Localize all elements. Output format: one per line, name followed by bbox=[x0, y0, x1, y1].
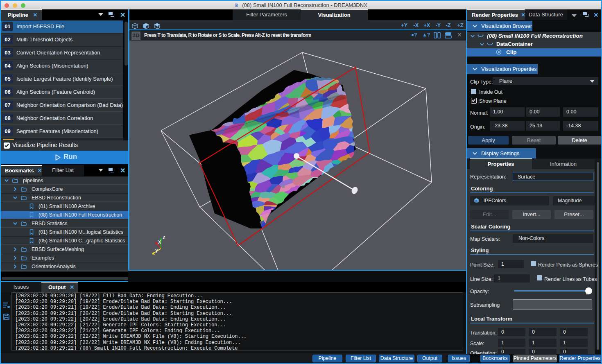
svg-text:Z: Z bbox=[163, 235, 165, 240]
svg-text:X: X bbox=[158, 240, 161, 244]
svg-text:Y: Y bbox=[155, 249, 158, 253]
